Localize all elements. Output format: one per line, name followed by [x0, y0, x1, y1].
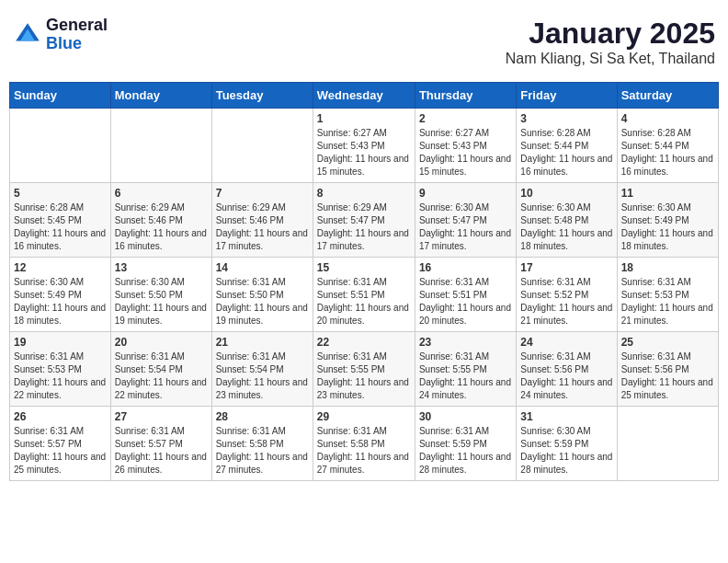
day-info: Sunrise: 6:30 AMSunset: 5:48 PMDaylight:… — [520, 201, 612, 253]
daylight-text: Daylight: 11 hours and 16 minutes. — [115, 227, 208, 253]
daylight-text: Daylight: 11 hours and 23 minutes. — [317, 376, 411, 402]
calendar-cell: 7Sunrise: 6:29 AMSunset: 5:46 PMDaylight… — [211, 183, 313, 258]
sunset-text: Sunset: 5:52 PM — [520, 289, 612, 302]
sunset-text: Sunset: 5:46 PM — [216, 214, 309, 227]
daylight-text: Daylight: 11 hours and 24 minutes. — [520, 376, 612, 402]
sunset-text: Sunset: 5:51 PM — [317, 289, 411, 302]
day-info: Sunrise: 6:31 AMSunset: 5:56 PMDaylight:… — [621, 350, 714, 402]
day-number: 19 — [14, 336, 107, 349]
sunrise-text: Sunrise: 6:31 AM — [14, 425, 107, 438]
day-number: 4 — [621, 112, 714, 125]
sunset-text: Sunset: 5:59 PM — [520, 438, 612, 451]
sunset-text: Sunset: 5:48 PM — [520, 214, 612, 227]
day-number: 13 — [115, 261, 208, 274]
daylight-text: Daylight: 11 hours and 28 minutes. — [520, 451, 612, 477]
day-number: 26 — [14, 410, 107, 423]
sunrise-text: Sunrise: 6:27 AM — [419, 127, 512, 140]
logo-text: General Blue — [46, 17, 108, 53]
sunrise-text: Sunrise: 6:31 AM — [115, 350, 208, 363]
day-info: Sunrise: 6:27 AMSunset: 5:43 PMDaylight:… — [317, 127, 411, 178]
day-info: Sunrise: 6:29 AMSunset: 5:47 PMDaylight:… — [317, 201, 411, 253]
day-info: Sunrise: 6:30 AMSunset: 5:47 PMDaylight:… — [419, 201, 512, 253]
weekday-header-row: SundayMondayTuesdayWednesdayThursdayFrid… — [10, 83, 719, 109]
sunset-text: Sunset: 5:43 PM — [419, 140, 512, 153]
day-info: Sunrise: 6:31 AMSunset: 5:51 PMDaylight:… — [317, 276, 411, 327]
weekday-header: Saturday — [617, 83, 718, 109]
sunset-text: Sunset: 5:56 PM — [520, 363, 612, 376]
calendar-cell: 5Sunrise: 6:28 AMSunset: 5:45 PMDaylight… — [10, 183, 111, 258]
calendar-cell: 12Sunrise: 6:30 AMSunset: 5:49 PMDayligh… — [10, 258, 111, 332]
day-info: Sunrise: 6:31 AMSunset: 5:50 PMDaylight:… — [216, 276, 309, 327]
sunrise-text: Sunrise: 6:28 AM — [621, 127, 714, 140]
day-number: 1 — [317, 112, 411, 125]
sunrise-text: Sunrise: 6:31 AM — [520, 350, 612, 363]
sunset-text: Sunset: 5:57 PM — [14, 438, 107, 451]
daylight-text: Daylight: 11 hours and 17 minutes. — [317, 227, 411, 253]
daylight-text: Daylight: 11 hours and 16 minutes. — [621, 153, 714, 178]
day-info: Sunrise: 6:29 AMSunset: 5:46 PMDaylight:… — [216, 201, 309, 253]
day-number: 18 — [621, 261, 714, 274]
day-number: 24 — [520, 336, 612, 349]
sunrise-text: Sunrise: 6:30 AM — [520, 425, 612, 438]
calendar-cell: 19Sunrise: 6:31 AMSunset: 5:53 PMDayligh… — [10, 332, 111, 407]
month-year-title: January 2025 — [506, 17, 715, 51]
sunset-text: Sunset: 5:58 PM — [317, 438, 411, 451]
sunrise-text: Sunrise: 6:31 AM — [621, 350, 714, 363]
day-number: 15 — [317, 261, 411, 274]
sunrise-text: Sunrise: 6:31 AM — [317, 350, 411, 363]
location-subtitle: Nam Kliang, Si Sa Ket, Thailand — [506, 51, 715, 67]
day-info: Sunrise: 6:31 AMSunset: 5:57 PMDaylight:… — [115, 425, 208, 477]
day-info: Sunrise: 6:29 AMSunset: 5:46 PMDaylight:… — [115, 201, 208, 253]
weekday-header: Wednesday — [313, 83, 415, 109]
calendar-cell: 15Sunrise: 6:31 AMSunset: 5:51 PMDayligh… — [313, 258, 415, 332]
sunset-text: Sunset: 5:56 PM — [621, 363, 714, 376]
day-info: Sunrise: 6:31 AMSunset: 5:53 PMDaylight:… — [621, 276, 714, 327]
day-number: 21 — [216, 336, 309, 349]
day-info: Sunrise: 6:28 AMSunset: 5:44 PMDaylight:… — [520, 127, 612, 178]
day-number: 9 — [419, 187, 512, 200]
day-number: 7 — [216, 187, 309, 200]
sunset-text: Sunset: 5:54 PM — [115, 363, 208, 376]
weekday-header: Friday — [517, 83, 617, 109]
daylight-text: Daylight: 11 hours and 18 minutes. — [520, 227, 612, 253]
day-info: Sunrise: 6:30 AMSunset: 5:59 PMDaylight:… — [520, 425, 612, 477]
day-info: Sunrise: 6:31 AMSunset: 5:53 PMDaylight:… — [14, 350, 107, 402]
sunset-text: Sunset: 5:51 PM — [419, 289, 512, 302]
daylight-text: Daylight: 11 hours and 19 minutes. — [115, 302, 208, 327]
day-info: Sunrise: 6:28 AMSunset: 5:44 PMDaylight:… — [621, 127, 714, 178]
calendar-week-row: 19Sunrise: 6:31 AMSunset: 5:53 PMDayligh… — [10, 332, 719, 407]
daylight-text: Daylight: 11 hours and 22 minutes. — [115, 376, 208, 402]
calendar-cell: 14Sunrise: 6:31 AMSunset: 5:50 PMDayligh… — [211, 258, 313, 332]
calendar-cell: 9Sunrise: 6:30 AMSunset: 5:47 PMDaylight… — [415, 183, 516, 258]
day-number: 3 — [520, 112, 612, 125]
sunset-text: Sunset: 5:58 PM — [216, 438, 309, 451]
day-info: Sunrise: 6:31 AMSunset: 5:55 PMDaylight:… — [419, 350, 512, 402]
calendar-table: SundayMondayTuesdayWednesdayThursdayFrid… — [9, 82, 719, 481]
calendar-cell: 2Sunrise: 6:27 AMSunset: 5:43 PMDaylight… — [415, 109, 516, 183]
logo-general-text: General — [46, 17, 108, 35]
sunrise-text: Sunrise: 6:31 AM — [520, 276, 612, 289]
sunrise-text: Sunrise: 6:30 AM — [621, 201, 714, 214]
day-info: Sunrise: 6:31 AMSunset: 5:56 PMDaylight:… — [520, 350, 612, 402]
calendar-cell: 8Sunrise: 6:29 AMSunset: 5:47 PMDaylight… — [313, 183, 415, 258]
sunrise-text: Sunrise: 6:29 AM — [317, 201, 411, 214]
day-info: Sunrise: 6:30 AMSunset: 5:49 PMDaylight:… — [14, 276, 107, 327]
daylight-text: Daylight: 11 hours and 15 minutes. — [317, 153, 411, 178]
calendar-cell: 3Sunrise: 6:28 AMSunset: 5:44 PMDaylight… — [517, 109, 617, 183]
calendar-cell: 4Sunrise: 6:28 AMSunset: 5:44 PMDaylight… — [617, 109, 718, 183]
daylight-text: Daylight: 11 hours and 18 minutes. — [14, 302, 107, 327]
day-number: 17 — [520, 261, 612, 274]
sunset-text: Sunset: 5:55 PM — [419, 363, 512, 376]
day-number: 27 — [115, 410, 208, 423]
daylight-text: Daylight: 11 hours and 17 minutes. — [419, 227, 512, 253]
day-number: 10 — [520, 187, 612, 200]
calendar-cell: 25Sunrise: 6:31 AMSunset: 5:56 PMDayligh… — [617, 332, 718, 407]
sunset-text: Sunset: 5:44 PM — [621, 140, 714, 153]
calendar-cell: 21Sunrise: 6:31 AMSunset: 5:54 PMDayligh… — [211, 332, 313, 407]
calendar-week-row: 26Sunrise: 6:31 AMSunset: 5:57 PMDayligh… — [10, 407, 719, 481]
day-info: Sunrise: 6:30 AMSunset: 5:50 PMDaylight:… — [115, 276, 208, 327]
day-number: 25 — [621, 336, 714, 349]
calendar-cell — [211, 109, 313, 183]
calendar-week-row: 5Sunrise: 6:28 AMSunset: 5:45 PMDaylight… — [10, 183, 719, 258]
sunset-text: Sunset: 5:53 PM — [621, 289, 714, 302]
